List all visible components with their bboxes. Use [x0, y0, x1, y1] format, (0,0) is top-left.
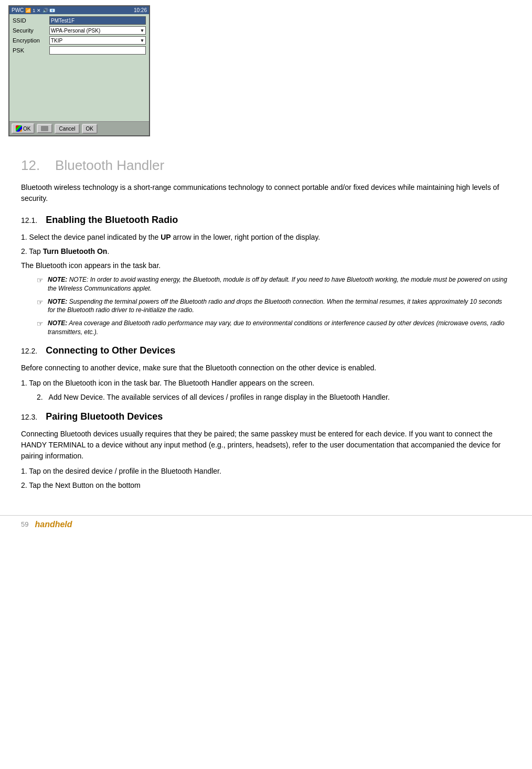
ssid-input[interactable]: PMTest1F: [49, 16, 146, 25]
section-12-2-title: Connecting to Other Devices: [46, 345, 175, 356]
note-3: NOTE: Area coverage and Bluetooth radio …: [37, 319, 511, 337]
section-12-3-heading: 12.3. Pairing Bluetooth Devices: [21, 411, 511, 422]
note-3-text: NOTE: Area coverage and Bluetooth radio …: [48, 319, 511, 337]
psk-input[interactable]: [49, 46, 146, 55]
chapter-title: Bluetooth Handler: [55, 157, 164, 173]
keyboard-button[interactable]: [37, 124, 52, 133]
section-12-3-title: Pairing Bluetooth Devices: [46, 411, 163, 422]
chapter-heading: 12. Bluetooth Handler: [21, 157, 511, 174]
titlebar-pwc: PWC: [12, 7, 24, 13]
titlebar-left: PWC 📶 1 ✕ 🔊 📧: [12, 7, 55, 13]
device-toolbar: OK Cancel OK: [9, 121, 149, 135]
windows-icon: [16, 125, 22, 132]
device-form: SSID PMTest1F Security WPA-Personal (PSK…: [9, 14, 149, 58]
section-12-2-intro: Before connecting to another device, mak…: [21, 362, 511, 373]
turn-bluetooth-on-bold: Turn Bluetooth On: [43, 247, 108, 255]
note-3-icon: [37, 319, 44, 337]
note-1-text: NOTE: NOTE: In order to avoid wasting en…: [48, 275, 511, 293]
section-12-2-number: 12.2.: [21, 347, 37, 355]
section-12-1-item-0: 1. Select the device panel indicated by …: [21, 232, 511, 243]
note-1-icon: [37, 275, 44, 293]
ssid-label: SSID: [13, 17, 49, 24]
section-12-1-number: 12.1.: [21, 216, 37, 225]
device-titlebar: PWC 📶 1 ✕ 🔊 📧 10:26: [9, 6, 149, 14]
section-12-3-intro: Connecting Bluetooth devices usually req…: [21, 429, 511, 462]
note-2-text: NOTE: Suspending the terminal powers off…: [48, 297, 511, 315]
status-icons: ✕ 🔊 📧: [37, 8, 55, 13]
security-dropdown-arrow: ▼: [140, 28, 144, 33]
signal-strength: 1: [33, 8, 35, 13]
encryption-label: Encryption: [13, 37, 49, 44]
titlebar-time: 10:26: [134, 7, 147, 13]
signal-icon: 📶: [25, 8, 31, 13]
note-3-label: NOTE:: [48, 319, 67, 327]
psk-row: PSK: [13, 46, 146, 55]
section-12-1-heading: 12.1. Enabling the Bluetooth Radio: [21, 215, 511, 226]
ssid-row: SSID PMTest1F: [13, 16, 146, 25]
windows-ok-button[interactable]: OK: [12, 123, 35, 134]
document-content: 12. Bluetooth Handler Bluetooth wireless…: [0, 147, 532, 505]
footer: 59 handheld: [0, 515, 532, 533]
chapter-intro: Bluetooth wireless technology is a short…: [21, 182, 511, 204]
cancel-button[interactable]: Cancel: [55, 124, 79, 134]
section-12-3-number: 12.3.: [21, 413, 37, 421]
section-12-1-item-2: The Bluetooth icon appears in the task b…: [21, 260, 511, 271]
section-12-1-title: Enabling the Bluetooth Radio: [46, 215, 178, 226]
footer-page-number: 59: [21, 520, 28, 528]
section-12-2-item-0: 1. Tap on the Bluetooth icon in the task…: [21, 378, 511, 389]
encryption-dropdown-arrow: ▼: [140, 38, 144, 43]
section-12-3-item-1: 2. Tap the Next Button on the bottom: [21, 480, 511, 491]
psk-label: PSK: [13, 47, 49, 54]
section-12-3-item-0: 1. Tap on the desired device / profile i…: [21, 466, 511, 477]
security-label: Security: [13, 27, 49, 34]
device-screenshot-area: PWC 📶 1 ✕ 🔊 📧 10:26 SSID PMTest1F Securi…: [0, 0, 532, 147]
note-2-label: NOTE:: [48, 298, 67, 305]
security-dropdown[interactable]: WPA-Personal (PSK) ▼: [49, 26, 146, 35]
keyboard-icon: [41, 126, 48, 131]
note-2: NOTE: Suspending the terminal powers off…: [37, 297, 511, 315]
note-1-label: NOTE:: [48, 276, 67, 283]
chapter-number: 12.: [21, 157, 40, 173]
encryption-row: Encryption TKIP ▼: [13, 36, 146, 45]
section-12-2-item-1: 2. Add New Device. The available service…: [21, 392, 511, 403]
security-row: Security WPA-Personal (PSK) ▼: [13, 26, 146, 35]
ok-button[interactable]: OK: [82, 124, 98, 134]
note-2-icon: [37, 297, 44, 315]
footer-brand: handheld: [35, 520, 72, 529]
device-screen: PWC 📶 1 ✕ 🔊 📧 10:26 SSID PMTest1F Securi…: [8, 5, 150, 136]
section-12-1-item-1: 2. Tap Turn Bluetooth On.: [21, 246, 511, 257]
note-1: NOTE: NOTE: In order to avoid wasting en…: [37, 275, 511, 293]
device-body-space: [9, 58, 149, 121]
encryption-dropdown[interactable]: TKIP ▼: [49, 36, 146, 45]
section-12-2-heading: 12.2. Connecting to Other Devices: [21, 345, 511, 356]
up-bold: UP: [161, 233, 171, 241]
